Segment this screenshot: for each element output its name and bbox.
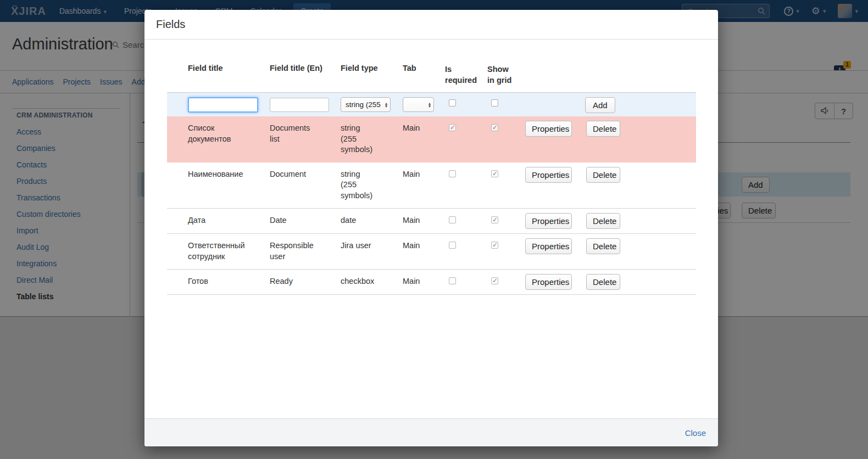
properties-button[interactable]: Properties — [525, 167, 572, 183]
column-header: Field title — [186, 55, 268, 92]
properties-button[interactable]: Properties — [525, 213, 572, 229]
is-required-checkbox[interactable] — [449, 124, 456, 131]
field-title-cell: Готов — [188, 276, 249, 287]
field-row: Наименование Document string (255 symbol… — [167, 163, 696, 209]
show-in-grid-checkbox[interactable] — [491, 99, 498, 107]
close-button[interactable]: Close — [685, 428, 706, 438]
new-field-title-en-input[interactable] — [270, 98, 329, 112]
field-tab-cell: Main — [403, 215, 443, 226]
delete-button[interactable]: Delete — [586, 274, 620, 290]
field-row: Список документов Documents list string … — [167, 116, 696, 163]
is-required-checkbox[interactable] — [449, 242, 456, 249]
show-in-grid-checkbox[interactable] — [491, 124, 498, 131]
field-title-en-cell: Ready — [270, 276, 315, 287]
field-title-cell: Ответственный сотрудник — [188, 240, 249, 262]
dialog-title: Fields — [144, 10, 718, 40]
field-type-selected-value: string (255 symbols) — [346, 100, 383, 109]
select-arrows-icon: ▴▾ — [429, 102, 431, 108]
delete-button[interactable]: Delete — [586, 167, 620, 183]
field-title-en-cell: Documents list — [270, 123, 315, 144]
new-field-title-input[interactable] — [188, 97, 258, 113]
column-header: Field type — [338, 55, 400, 92]
field-tab-cell: Main — [403, 240, 443, 251]
field-tab-cell: Main — [403, 276, 443, 287]
properties-button[interactable]: Properties — [525, 238, 572, 254]
column-header: Is required — [443, 64, 472, 86]
show-in-grid-checkbox[interactable] — [491, 242, 498, 249]
properties-button[interactable]: Properties — [525, 121, 572, 137]
field-row: Дата Date date Main Properties Delete — [167, 208, 696, 233]
field-title-cell: Дата — [188, 215, 249, 226]
field-title-en-cell: Date — [270, 215, 315, 226]
delete-button[interactable]: Delete — [586, 213, 620, 229]
field-row: Ответственный сотрудник Responsible user… — [167, 233, 696, 269]
delete-button[interactable]: Delete — [586, 238, 620, 254]
delete-button[interactable]: Delete — [586, 121, 620, 137]
show-in-grid-checkbox[interactable] — [491, 216, 498, 223]
column-header: Tab — [400, 55, 443, 92]
field-rows: Список документов Documents list string … — [167, 116, 696, 295]
tab-select[interactable]: ▴▾ — [403, 97, 434, 112]
fields-dialog: Fields Field title Field title (En) Fiel… — [144, 10, 718, 446]
field-title-cell: Наименование — [188, 169, 249, 180]
field-row: Готов Ready checkbox Main Properties Del… — [167, 269, 696, 295]
field-tab-cell: Main — [403, 169, 443, 180]
is-required-checkbox[interactable] — [449, 277, 456, 284]
select-arrows-icon: ▴▾ — [385, 102, 387, 108]
field-type-cell: string (255 symbols) — [341, 169, 377, 201]
show-in-grid-checkbox[interactable] — [491, 170, 498, 177]
field-type-select[interactable]: string (255 symbols) ▴▾ — [341, 97, 391, 112]
is-required-checkbox[interactable] — [449, 99, 456, 107]
properties-button[interactable]: Properties — [525, 274, 572, 290]
is-required-checkbox[interactable] — [449, 170, 456, 177]
fields-table: Field title Field title (En) Field type … — [167, 55, 696, 295]
column-header: Show in grid — [485, 64, 515, 86]
table-header-row: Field title Field title (En) Field type … — [167, 55, 696, 92]
field-type-cell: date — [341, 215, 377, 226]
dialog-footer: Close — [144, 418, 718, 446]
field-type-cell: string (255 symbols) — [341, 123, 377, 155]
field-type-cell: Jira user — [341, 240, 377, 251]
new-field-row: string (255 symbols) ▴▾ ▴▾ Add — [167, 92, 696, 116]
field-type-cell: checkbox — [341, 276, 377, 287]
field-title-en-cell: Responsible user — [270, 240, 315, 262]
show-in-grid-checkbox[interactable] — [491, 277, 498, 284]
field-title-en-cell: Document — [270, 169, 315, 180]
is-required-checkbox[interactable] — [449, 216, 456, 223]
add-field-button[interactable]: Add — [585, 97, 615, 113]
field-title-cell: Список документов — [188, 123, 249, 144]
column-header: Field title (En) — [268, 55, 338, 92]
field-tab-cell: Main — [403, 123, 443, 134]
